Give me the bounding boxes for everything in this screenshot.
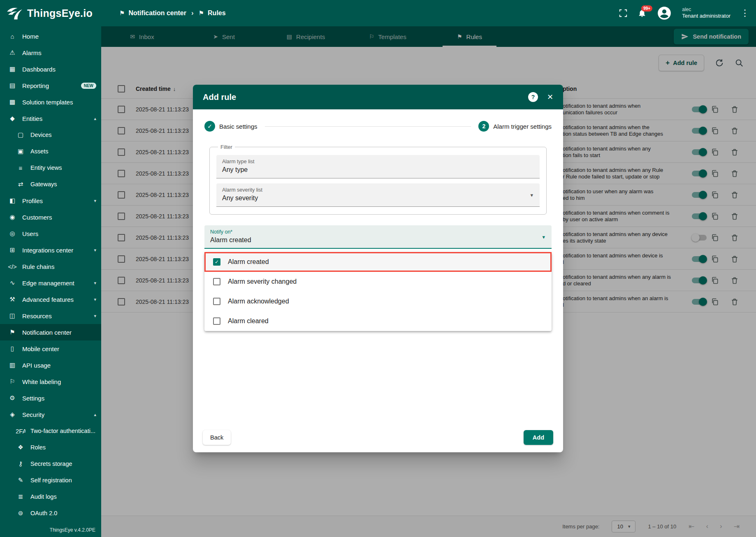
option-checkbox[interactable]: ✓ (213, 258, 220, 266)
sidebar-item[interactable]: ⚐ White labeling (0, 373, 101, 390)
sidebar-item[interactable]: ⊞ Integrations center ▾ (0, 242, 101, 258)
breadcrumb: ⚑ Notification center › ⚑ Rules (119, 9, 226, 17)
sidebar-item[interactable]: ▩ Solution templates (0, 94, 101, 110)
dropdown-option[interactable]: ✓ Alarm created (204, 252, 552, 272)
sidebar-item[interactable]: ◧ Profiles ▾ (0, 192, 101, 209)
sidebar-item-icon: ✎ (16, 477, 26, 484)
sidebar-item-label: Dashboards (22, 66, 96, 73)
sidebar-item-icon: ▣ (16, 148, 26, 155)
sidebar-item-label: Users (22, 230, 96, 237)
sidebar-item-label: Integrations center (22, 247, 89, 254)
step-check-icon: ✓ (204, 121, 215, 132)
close-icon[interactable]: ✕ (547, 93, 553, 102)
sidebar-item-label: Customers (22, 214, 96, 221)
sidebar-item-label: Settings (22, 395, 96, 402)
option-checkbox[interactable] (213, 278, 220, 285)
sidebar-item[interactable]: ▢ Devices (0, 127, 101, 143)
sidebar-item[interactable]: ◉ Customers (0, 209, 101, 225)
alarm-severity-select[interactable]: Alarm severity list Any severity ▾ (216, 183, 540, 207)
sidebar-item[interactable]: ◫ Resources ▾ (0, 308, 101, 324)
sidebar-item-icon: ❖ (16, 444, 26, 451)
chevron-icon: ▴ (94, 412, 96, 417)
add-rule-dialog: Add rule ? ✕ ✓ Basic settings 2 Alarm tr… (193, 85, 563, 452)
dropdown-option[interactable]: Alarm severity changed (204, 272, 552, 292)
back-button[interactable]: Back (203, 430, 231, 445)
sidebar-item-icon: ∿ (7, 279, 17, 287)
sidebar-item-label: API usage (22, 362, 96, 369)
breadcrumb-rules[interactable]: ⚑ Rules (199, 9, 226, 17)
dialog-header: Add rule ? ✕ (193, 85, 563, 109)
alarm-severity-label: Alarm severity list (222, 187, 534, 193)
sidebar-item-icon: 2FA (16, 428, 26, 435)
sidebar-item[interactable]: 2FA Two-factor authenticati... (0, 423, 101, 439)
option-checkbox[interactable] (213, 298, 220, 305)
sidebar-item[interactable]: ◈ Security ▴ (0, 406, 101, 423)
sidebar-item-icon: ⚙ (7, 394, 17, 402)
sidebar-item[interactable]: ◎ Users (0, 225, 101, 242)
brand-logo[interactable]: ThingsEye.io (0, 6, 101, 21)
sidebar-item[interactable]: ⌂ Home (0, 28, 101, 44)
sidebar-item-label: Advanced features (22, 296, 89, 303)
user-info: alec Tenant administrator (682, 7, 730, 20)
sidebar-item[interactable]: ◆ Entities ▴ (0, 110, 101, 127)
sidebar-item[interactable]: ▣ Assets (0, 143, 101, 160)
dialog-footer: Back Add (193, 423, 563, 452)
sidebar-item-icon: ⚐ (7, 378, 17, 385)
sidebar-item[interactable]: ▯ Mobile center (0, 340, 101, 357)
notifications-button[interactable]: 99+ (638, 9, 647, 18)
sidebar-item-icon: ◆ (7, 115, 17, 122)
sidebar-item[interactable]: ▥ API usage (0, 357, 101, 373)
sidebar-item-icon: ≣ (16, 493, 26, 500)
logo-icon (6, 6, 23, 21)
add-button[interactable]: Add (524, 430, 553, 445)
notify-on-value: Alarm created (210, 236, 546, 244)
sidebar-item[interactable]: ≣ Audit logs (0, 488, 101, 505)
breadcrumb-notification-center[interactable]: ⚑ Notification center (119, 9, 186, 17)
sidebar-item[interactable]: ⚙ Settings (0, 390, 101, 406)
option-label: Alarm cleared (228, 317, 269, 325)
user-avatar[interactable] (656, 5, 672, 21)
step-label: Alarm trigger settings (493, 123, 552, 130)
sidebar-item-icon: ▦ (7, 65, 17, 73)
notify-on-select[interactable]: Notify on* Alarm created ▾ (204, 225, 552, 249)
sidebar-item[interactable]: </> Rule chains (0, 258, 101, 275)
fullscreen-button[interactable] (619, 9, 628, 18)
dropdown-option[interactable]: Alarm cleared (204, 311, 552, 331)
sidebar-item[interactable]: ▤ Reporting NEW (0, 77, 101, 94)
sidebar-item-icon: ⚠ (7, 49, 17, 56)
option-label: Alarm severity changed (228, 278, 297, 285)
sidebar-item-label: Devices (30, 132, 96, 138)
step-alarm-trigger-settings[interactable]: 2 Alarm trigger settings (478, 121, 552, 132)
sidebar-item[interactable]: ✎ Self registration (0, 472, 101, 488)
alarm-type-list-input[interactable]: Alarm type list Any type (216, 155, 540, 178)
sidebar-item[interactable]: ⇄ Gateways (0, 176, 101, 192)
sidebar-item-icon: ▯ (7, 345, 17, 352)
sidebar-item-label: Assets (30, 148, 96, 155)
step-label: Basic settings (219, 123, 257, 130)
sidebar-item[interactable]: ⊚ OAuth 2.0 (0, 505, 101, 521)
alarm-type-label: Alarm type list (222, 159, 534, 164)
step-number: 2 (478, 121, 489, 132)
sidebar-item[interactable]: ⚷ Secrets storage (0, 456, 101, 472)
caret-down-icon: ▾ (530, 192, 533, 198)
check-icon: ✓ (215, 259, 219, 265)
sidebar-item[interactable]: ⚠ Alarms (0, 44, 101, 61)
help-button[interactable]: ? (528, 92, 538, 102)
dropdown-option[interactable]: Alarm acknowledged (204, 292, 552, 311)
avatar-icon (656, 5, 672, 21)
user-name: alec (682, 7, 730, 13)
kebab-menu-button[interactable]: ⋮ (740, 8, 749, 19)
sidebar-item-icon: ◈ (7, 411, 17, 418)
sidebar-item[interactable]: ▦ Dashboards (0, 61, 101, 77)
alarm-type-value: Any type (222, 166, 534, 174)
sidebar-item[interactable]: ∿ Edge management ▾ (0, 275, 101, 291)
step-basic-settings[interactable]: ✓ Basic settings (204, 121, 257, 132)
option-checkbox[interactable] (213, 317, 220, 325)
sidebar-item[interactable]: ⚑ Notification center (0, 324, 101, 340)
brand-name: ThingsEye.io (27, 7, 93, 19)
sidebar-item-icon: ⌂ (7, 33, 17, 40)
sidebar-item[interactable]: ≡ Entity views (0, 160, 101, 176)
sidebar-item[interactable]: ❖ Roles (0, 439, 101, 456)
sidebar-item[interactable]: ⚒ Advanced features ▾ (0, 291, 101, 308)
chevron-icon: ▾ (94, 248, 96, 253)
